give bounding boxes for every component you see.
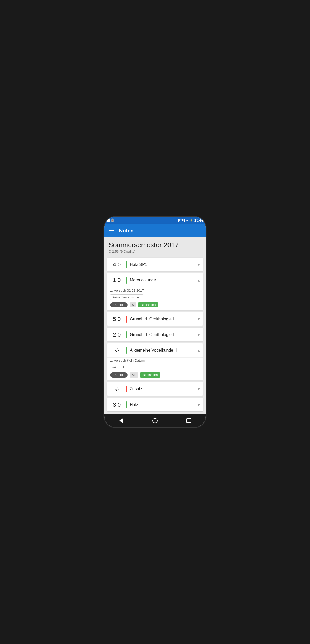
grade-row-holz-sp1[interactable]: 4.0 Holz SP1 ▾ [107,258,203,271]
chevron-icon-holz: ▾ [198,402,200,408]
hamburger-line-1 [109,229,114,229]
sim-icon [107,219,110,222]
detail-footer-materialkunde: 3 Credits S Bestanden [110,302,200,307]
app-bar-title: Noten [119,228,134,234]
detail-footer-vogelkunde: 0 Credits AP Bestanden [110,372,200,378]
grade-name-vogelkunde: Allgemeine Vogelkunde II [130,348,198,353]
home-button[interactable] [150,416,160,425]
detail-remark-materialkunde: Keine Bemerkungen [110,294,143,300]
grade-name-holz: Holz [130,403,198,407]
chevron-icon-vogelkunde: ▴ [198,347,200,353]
type-badge-materialkunde: S [130,302,136,307]
grade-card-zusatz[interactable]: -/- Zusatz ▾ [107,382,203,395]
grade-value-holz: 3.0 [110,401,124,408]
app-bar: Noten [104,224,206,237]
grade-row-holz[interactable]: 3.0 Holz ▾ [107,398,203,411]
semester-header: Sommersemester 2017 Ø 2,56 (9 Credits) [104,237,206,257]
recents-icon [186,418,191,423]
grade-card-materialkunde[interactable]: 1.0 Materialkunde ▴ 1. Versuch 02.02.201… [107,273,203,310]
credits-badge-vogelkunde: 0 Credits [110,372,128,378]
chevron-icon-materialkunde: ▴ [198,277,200,283]
grade-row-materialkunde[interactable]: 1.0 Materialkunde ▴ [107,273,203,287]
type-badge-vogelkunde: AP [130,372,138,378]
grade-bar-grundl-2 [126,331,127,338]
grades-list[interactable]: 4.0 Holz SP1 ▾ 1.0 Materialkunde ▴ 1. Ve… [104,257,206,414]
credits-badge-materialkunde: 3 Credits [110,302,128,307]
status-bar: 🤖 LTE ▲ ⚡ 15:44 [104,217,206,224]
grade-bar-grundl-5 [126,316,127,323]
clock: 15:44 [194,218,203,222]
lte-badge: LTE [178,219,185,222]
grade-value-grundl-5: 5.0 [110,316,124,323]
detail-attempt-vogelkunde: 1. Versuch Kein Datum [110,358,200,363]
grade-bar-holz [126,401,127,408]
grade-name-holz-sp1: Holz SP1 [130,262,198,267]
hamburger-line-2 [109,230,114,231]
grade-row-grundl-5[interactable]: 5.0 Grundl. d. Ornithologie I ▾ [107,312,203,326]
back-button[interactable] [117,416,126,425]
status-bar-right: LTE ▲ ⚡ 15:44 [178,218,203,222]
chevron-icon-grundl-2: ▾ [198,332,200,338]
grade-bar-materialkunde [126,277,127,284]
phone-screen: 🤖 LTE ▲ ⚡ 15:44 Noten Sommersemester 201… [104,217,206,427]
status-bar-left: 🤖 [107,218,114,222]
detail-attempt-materialkunde: 1. Versuch 02.02.2017 [110,287,200,292]
grade-name-zusatz: Zusatz [130,387,198,391]
grade-card-grundl-5[interactable]: 5.0 Grundl. d. Ornithologie I ▾ [107,312,203,326]
grade-name-grundl-5: Grundl. d. Ornithologie I [130,317,198,321]
battery-icon: ⚡ [190,219,193,222]
chevron-icon-zusatz: ▾ [198,386,200,392]
android-icon: 🤖 [111,218,114,222]
passed-badge-materialkunde: Bestanden [138,302,158,307]
grade-bar-vogelkunde [126,347,127,354]
grade-details-materialkunde: 1. Versuch 02.02.2017 Keine Bemerkungen … [107,287,203,310]
recents-button[interactable] [184,416,193,425]
grade-bar-holz-sp1 [126,261,127,268]
grade-value-vogelkunde: -/- [110,348,124,353]
grade-value-holz-sp1: 4.0 [110,261,124,268]
grade-row-grundl-2[interactable]: 2.0 Grundl. d. Ornithologie I ▾ [107,328,203,341]
grade-value-materialkunde: 1.0 [110,277,124,284]
phone-frame: 🤖 LTE ▲ ⚡ 15:44 Noten Sommersemester 201… [104,217,206,427]
grade-card-vogelkunde[interactable]: -/- Allgemeine Vogelkunde II ▴ 1. Versuc… [107,343,203,380]
grade-name-grundl-2: Grundl. d. Ornithologie I [130,332,198,337]
grade-details-vogelkunde: 1. Versuch Kein Datum mit Erfolg 0 Credi… [107,357,203,380]
grade-card-holz-sp1[interactable]: 4.0 Holz SP1 ▾ [107,258,203,271]
chevron-icon-holz-sp1: ▾ [198,262,200,267]
back-icon [119,418,123,423]
signal-icon: ▲ [186,218,189,222]
grade-row-zusatz[interactable]: -/- Zusatz ▾ [107,382,203,395]
grade-bar-zusatz [126,386,127,392]
detail-remark-vogelkunde: mit Erfolg [110,365,128,370]
home-icon [152,418,158,423]
hamburger-line-3 [109,232,114,232]
chevron-icon-grundl-5: ▾ [198,316,200,322]
semester-title: Sommersemester 2017 [109,241,201,249]
grade-card-grundl-2[interactable]: 2.0 Grundl. d. Ornithologie I ▾ [107,328,203,341]
passed-badge-vogelkunde: Bestanden [140,372,160,378]
bottom-nav [104,414,206,427]
grade-row-vogelkunde[interactable]: -/- Allgemeine Vogelkunde II ▴ [107,343,203,357]
grade-value-grundl-2: 2.0 [110,331,124,338]
grade-name-materialkunde: Materialkunde [130,278,198,283]
grade-card-holz[interactable]: 3.0 Holz ▾ [107,398,203,411]
semester-subtitle: Ø 2,56 (9 Credits) [109,250,201,253]
hamburger-menu-button[interactable] [109,229,114,232]
grade-value-zusatz: -/- [110,386,124,392]
